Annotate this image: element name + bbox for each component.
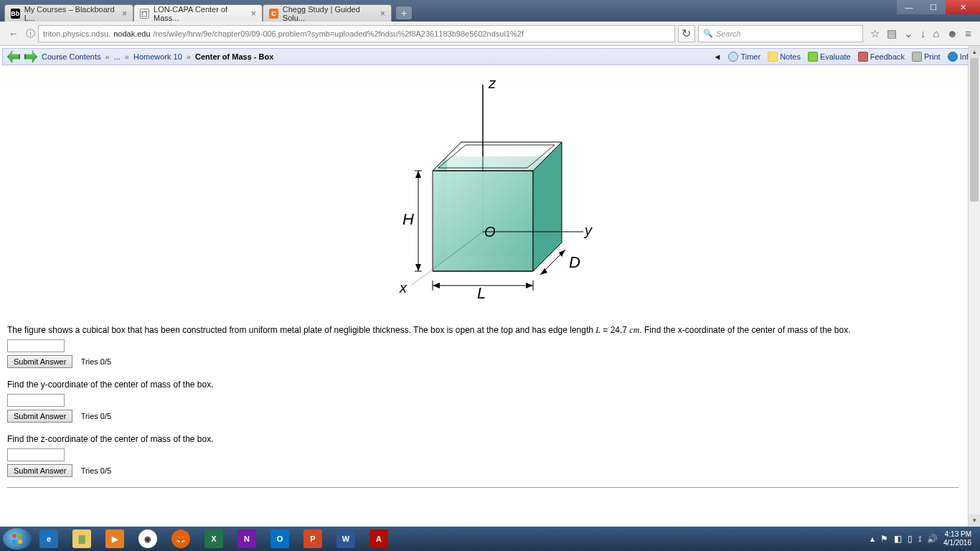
pocket-icon[interactable]: ⌄ xyxy=(904,27,913,40)
answer-input-x[interactable] xyxy=(7,339,65,352)
taskbar-explorer[interactable]: ▇ xyxy=(66,528,98,550)
dim-l-label: L xyxy=(477,284,486,302)
reload-button[interactable]: ↻ xyxy=(678,25,695,42)
text: = 24.7 xyxy=(600,325,629,335)
evaluate-label: Evaluate xyxy=(820,52,851,61)
start-button[interactable] xyxy=(3,528,32,550)
problem-text-2: Find the y-coordinate of the center of m… xyxy=(7,378,958,391)
vertical-scrollbar[interactable]: ▴ ▾ xyxy=(968,46,980,527)
favicon-chegg: C xyxy=(269,9,278,19)
divider xyxy=(7,487,958,489)
breadcrumb-hw[interactable]: Homework 10 xyxy=(133,52,182,61)
chat-icon[interactable]: ☻ xyxy=(946,27,958,40)
tray-volume-icon[interactable]: 🔊 xyxy=(927,534,938,544)
taskbar-adobe[interactable]: A xyxy=(363,528,395,550)
tab-label: My Courses – Blackboard L... xyxy=(24,5,118,22)
address-bar[interactable]: triton.physics.ndsu.nodak.edu/res/wiley/… xyxy=(38,25,675,42)
url-path: /res/wiley/hrw/9e/chapter09/09-006.probl… xyxy=(154,29,524,38)
new-tab-button[interactable]: + xyxy=(396,6,412,19)
download-icon[interactable]: ↓ xyxy=(920,27,926,40)
evaluate-link[interactable]: Evaluate xyxy=(808,52,851,62)
scroll-down-button[interactable]: ▾ xyxy=(969,514,980,527)
answer-input-z[interactable] xyxy=(7,448,65,461)
breadcrumb-title: Center of Mass - Box xyxy=(195,52,273,61)
question-2: Find the y-coordinate of the center of m… xyxy=(7,378,958,423)
taskbar-outlook[interactable]: O xyxy=(264,528,296,550)
answer-input-y[interactable] xyxy=(7,394,65,407)
menu-icon[interactable]: ≡ xyxy=(965,27,971,40)
feedback-label: Feedback xyxy=(870,52,905,61)
question-1: The figure shows a cubical box that has … xyxy=(7,324,958,368)
submit-button[interactable]: Submit Answer xyxy=(7,464,72,477)
tab-label: LON-CAPA Center of Mass... xyxy=(154,5,247,22)
window-titlebar: Bb My Courses – Blackboard L... × ⬚ LON-… xyxy=(0,0,980,22)
tab-chegg[interactable]: C Chegg Study | Guided Solu... × xyxy=(263,4,392,22)
tray-wifi-icon[interactable]: ⟟ xyxy=(918,534,921,544)
tray-up-icon[interactable]: ▴ xyxy=(870,534,875,544)
close-icon[interactable]: × xyxy=(122,9,127,19)
window-controls: — ☐ ✕ xyxy=(897,0,980,14)
tray-flag-icon[interactable]: ⚑ xyxy=(880,534,888,544)
taskbar-word[interactable]: W xyxy=(330,528,362,550)
svg-marker-30 xyxy=(540,268,547,275)
tab-loncapa[interactable]: ⬚ LON-CAPA Center of Mass... × xyxy=(133,4,263,22)
svg-marker-26 xyxy=(526,283,533,288)
tab-blackboard[interactable]: Bb My Courses – Blackboard L... × xyxy=(4,4,133,22)
timer-link[interactable]: Timer xyxy=(728,52,760,62)
search-bar[interactable]: 🔍 Search xyxy=(698,25,863,42)
next-arrow-icon[interactable] xyxy=(24,50,37,63)
submit-button[interactable]: Submit Answer xyxy=(7,355,72,368)
breadcrumb-course[interactable]: Course Contents xyxy=(42,52,101,61)
taskbar-powerpoint[interactable]: P xyxy=(297,528,329,550)
nav-left-icon[interactable]: ◄ xyxy=(714,52,722,61)
print-link[interactable]: Print xyxy=(912,52,941,62)
breadcrumb-sep: » xyxy=(125,52,129,61)
window-close-button[interactable]: ✕ xyxy=(946,0,980,14)
home-icon[interactable]: ⌂ xyxy=(933,27,939,40)
taskbar-ie[interactable]: e xyxy=(33,528,65,550)
feedback-link[interactable]: Feedback xyxy=(858,52,905,62)
timer-icon xyxy=(728,52,738,62)
tray-app-icon[interactable]: ◧ xyxy=(894,534,902,544)
breadcrumb-sep: » xyxy=(105,52,110,61)
info-icon[interactable]: ⓘ xyxy=(26,27,35,40)
print-icon xyxy=(912,52,922,62)
windows-icon xyxy=(10,532,24,546)
minimize-button[interactable]: — xyxy=(897,0,921,14)
scroll-up-button[interactable]: ▴ xyxy=(969,46,980,58)
scroll-thumb[interactable] xyxy=(970,58,979,202)
timer-label: Timer xyxy=(740,52,760,61)
page-content: z O xyxy=(0,67,966,527)
submit-button[interactable]: Submit Answer xyxy=(7,410,72,423)
dim-h-label: H xyxy=(402,210,414,228)
taskbar-chrome[interactable]: ◉ xyxy=(132,528,164,550)
clock-date: 4/1/2016 xyxy=(943,539,971,547)
tray-battery-icon[interactable]: ▯ xyxy=(908,534,913,544)
course-toolbar: Course Contents » ... » Homework 10 » Ce… xyxy=(2,48,978,65)
bookmark-icon[interactable]: ☆ xyxy=(870,27,880,40)
system-tray: ▴ ⚑ ◧ ▯ ⟟ 🔊 4:13 PM 4/1/2016 xyxy=(870,530,977,547)
close-icon[interactable]: × xyxy=(251,9,256,19)
reader-icon[interactable]: ▤ xyxy=(887,27,897,40)
prev-arrow-icon[interactable] xyxy=(7,50,20,63)
search-icon: 🔍 xyxy=(703,29,713,38)
back-button[interactable]: ← xyxy=(4,24,23,43)
figure: z O xyxy=(7,70,958,316)
svg-marker-4 xyxy=(433,171,533,271)
text: The figure shows a cubical box that has … xyxy=(7,325,595,335)
notes-link[interactable]: Notes xyxy=(768,52,801,62)
taskbar-media[interactable]: ▶ xyxy=(99,528,131,550)
taskbar-firefox[interactable]: 🦊 xyxy=(165,528,197,550)
svg-point-33 xyxy=(18,534,22,538)
breadcrumb-dots[interactable]: ... xyxy=(114,52,121,61)
maximize-button[interactable]: ☐ xyxy=(921,0,946,14)
text: . Find the x-coordinate of the center of… xyxy=(639,325,850,335)
favicon-loncapa: ⬚ xyxy=(140,9,149,19)
svg-marker-31 xyxy=(559,250,565,257)
clock[interactable]: 4:13 PM 4/1/2016 xyxy=(943,530,971,547)
close-icon[interactable]: × xyxy=(380,9,385,19)
taskbar-excel[interactable]: X xyxy=(198,528,230,550)
svg-marker-20 xyxy=(415,171,421,178)
taskbar-onenote[interactable]: N xyxy=(231,528,263,550)
url-domain: nodak.edu xyxy=(113,29,150,38)
